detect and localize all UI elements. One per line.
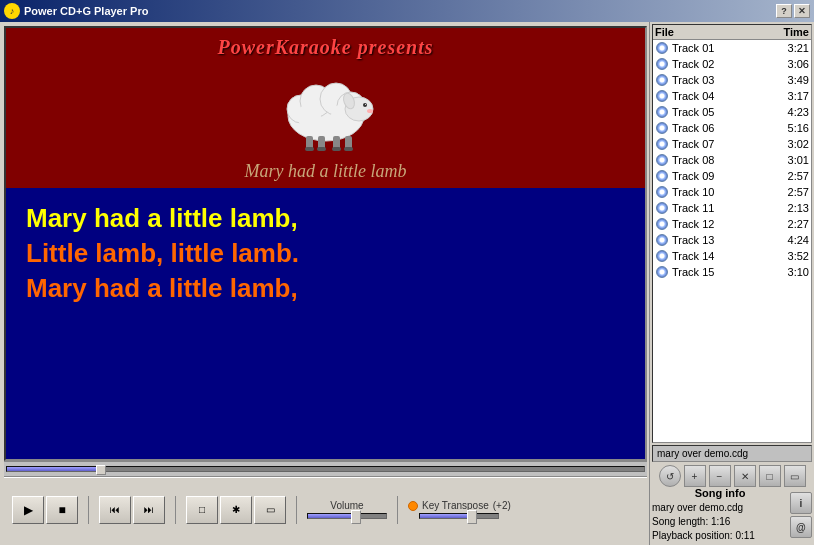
- prev-next-buttons: ⏮ ⏭: [99, 496, 165, 524]
- track-cd-icon: [655, 57, 669, 71]
- track-cd-icon: [655, 233, 669, 247]
- track-item[interactable]: Track 09 2:57: [653, 168, 811, 184]
- loop-button[interactable]: ↺: [659, 465, 681, 487]
- title-bar: ♪ Power CD+G Player Pro ? ✕: [0, 0, 814, 22]
- track-time: 2:57: [779, 170, 809, 182]
- col-time-header: Time: [774, 26, 809, 38]
- track-item[interactable]: Track 14 3:52: [653, 248, 811, 264]
- track-time: 3:17: [779, 90, 809, 102]
- settings-button[interactable]: ▭: [254, 496, 286, 524]
- track-time: 2:27: [779, 218, 809, 230]
- info-buttons: i @: [790, 487, 812, 543]
- progress-track[interactable]: [6, 466, 645, 472]
- remove-button[interactable]: −: [709, 465, 731, 487]
- subtitle-text: Mary had a little lamb: [6, 155, 645, 188]
- track-time: 3:10: [779, 266, 809, 278]
- next-button[interactable]: ⏭: [133, 496, 165, 524]
- track-list-container: File Time Track 01 3:21 Track 02 3:06 Tr…: [652, 24, 812, 443]
- title-bar-left: ♪ Power CD+G Player Pro: [4, 3, 148, 19]
- track-name: Track 14: [672, 250, 779, 262]
- stop-button[interactable]: ■: [46, 496, 78, 524]
- track-cd-icon: [655, 41, 669, 55]
- volume-fill: [308, 514, 355, 518]
- lyric-line-3: Mary had a little lamb,: [26, 273, 625, 304]
- track-item[interactable]: Track 07 3:02: [653, 136, 811, 152]
- svg-rect-19: [344, 147, 353, 151]
- track-item[interactable]: Track 12 2:27: [653, 216, 811, 232]
- at-button[interactable]: @: [790, 516, 812, 538]
- separator-4: [397, 496, 398, 524]
- track-cd-icon: [655, 169, 669, 183]
- track-item[interactable]: Track 11 2:13: [653, 200, 811, 216]
- progress-thumb[interactable]: [96, 465, 106, 475]
- key-transpose-thumb[interactable]: [467, 510, 477, 524]
- track-item[interactable]: Track 13 4:24: [653, 232, 811, 248]
- view-icon: □: [199, 504, 205, 515]
- window-icon: □: [766, 471, 772, 482]
- window-button[interactable]: □: [759, 465, 781, 487]
- view-button[interactable]: □: [186, 496, 218, 524]
- title-buttons: ? ✕: [776, 4, 810, 18]
- track-cd-icon: [655, 121, 669, 135]
- expand-button[interactable]: ▭: [784, 465, 806, 487]
- app-title: Power CD+G Player Pro: [24, 5, 148, 17]
- track-item[interactable]: Track 05 4:23: [653, 104, 811, 120]
- add-button[interactable]: +: [684, 465, 706, 487]
- info-button[interactable]: i: [790, 492, 812, 514]
- track-cd-icon: [655, 201, 669, 215]
- song-info-title: Song info: [652, 487, 788, 499]
- fx-button[interactable]: ✱: [220, 496, 252, 524]
- separator-2: [175, 496, 176, 524]
- svg-point-10: [367, 109, 373, 113]
- next-icon: ⏭: [144, 504, 154, 515]
- prev-button[interactable]: ⏮: [99, 496, 131, 524]
- sheep-image: [226, 71, 426, 151]
- sheep-area: [6, 67, 645, 155]
- track-cd-icon: [655, 265, 669, 279]
- track-name: Track 03: [672, 74, 779, 86]
- track-item[interactable]: Track 02 3:06: [653, 56, 811, 72]
- track-name: Track 12: [672, 218, 779, 230]
- volume-thumb[interactable]: [351, 510, 361, 524]
- track-item[interactable]: Track 15 3:10: [653, 264, 811, 280]
- track-time: 3:06: [779, 58, 809, 70]
- track-name: Track 10: [672, 186, 779, 198]
- fx-icon: ✱: [232, 504, 240, 515]
- track-item[interactable]: Track 04 3:17: [653, 88, 811, 104]
- track-item[interactable]: Track 08 3:01: [653, 152, 811, 168]
- key-dot-icon: [408, 501, 418, 511]
- svg-rect-16: [305, 147, 314, 151]
- key-transpose-slider[interactable]: [419, 513, 499, 519]
- svg-point-8: [363, 103, 367, 107]
- svg-rect-17: [317, 147, 326, 151]
- track-cd-icon: [655, 249, 669, 263]
- video-banner: PowerKaraoke presents: [6, 28, 645, 67]
- right-panel: File Time Track 01 3:21 Track 02 3:06 Tr…: [649, 22, 814, 545]
- volume-slider[interactable]: [307, 513, 387, 519]
- song-info-section: Song info mary over demo.cdg Song length…: [652, 487, 788, 543]
- track-time: 3:21: [779, 42, 809, 54]
- track-name: Track 13: [672, 234, 779, 246]
- lyric-line-2: Little lamb, little lamb.: [26, 238, 625, 269]
- song-info-length: Song length: 1:16: [652, 515, 788, 529]
- prev-icon: ⏮: [110, 504, 120, 515]
- help-button[interactable]: ?: [776, 4, 792, 18]
- info-icon: i: [800, 498, 803, 509]
- track-item[interactable]: Track 01 3:21: [653, 40, 811, 56]
- progress-bar-container[interactable]: [4, 461, 647, 477]
- key-transpose-label: Key Transpose: [422, 500, 489, 511]
- track-item[interactable]: Track 06 5:16: [653, 120, 811, 136]
- track-time: 2:13: [779, 202, 809, 214]
- track-cd-icon: [655, 137, 669, 151]
- filename-bar: mary over demo.cdg: [652, 445, 812, 462]
- app-icon: ♪: [4, 3, 20, 19]
- video-display: PowerKaraoke presents: [4, 26, 647, 461]
- clear-button[interactable]: ✕: [734, 465, 756, 487]
- track-name: Track 04: [672, 90, 779, 102]
- close-button[interactable]: ✕: [794, 4, 810, 18]
- track-time: 3:49: [779, 74, 809, 86]
- track-item[interactable]: Track 10 2:57: [653, 184, 811, 200]
- key-transpose-value: (+2): [493, 500, 511, 511]
- play-button[interactable]: ▶: [12, 496, 44, 524]
- track-item[interactable]: Track 03 3:49: [653, 72, 811, 88]
